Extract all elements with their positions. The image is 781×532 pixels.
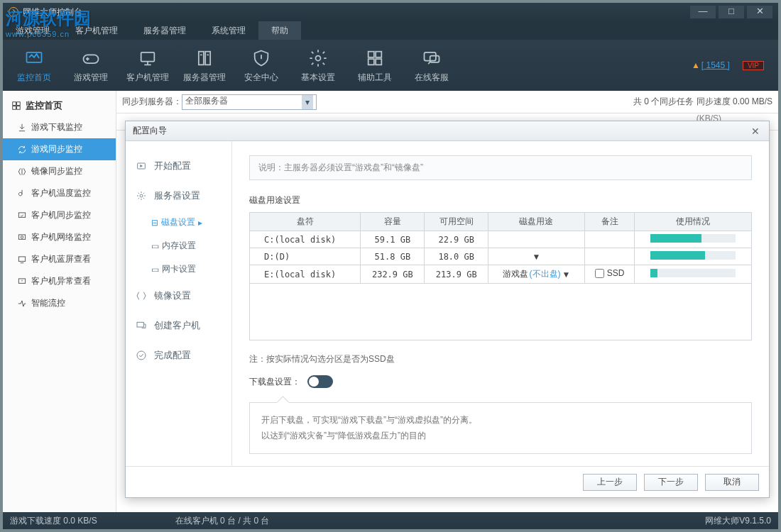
tooltip-box: 开启下载盘，可实现“游戏下载盘”与“游戏虚拟盘”的分离。 以达到“游戏灾备”与“… xyxy=(249,402,752,454)
svg-rect-3 xyxy=(199,51,204,65)
next-button[interactable]: 下一步 xyxy=(644,474,698,491)
svg-rect-8 xyxy=(368,59,374,65)
statusbar: 游戏下载速度 0.0 KB/S 在线客户机 0 台 / 共 0 台 网维大师V9… xyxy=(3,512,778,529)
sync-icon xyxy=(17,145,27,155)
tool-monitor[interactable]: 监控首页 xyxy=(6,41,62,89)
table-row[interactable]: E:(local disk)232.9 GB213.9 GB 游戏盘(不出盘) … xyxy=(250,265,752,284)
tool-settings[interactable]: 基本设置 xyxy=(290,41,346,89)
dialog-title: 配置向导 xyxy=(133,125,167,137)
cancel-button[interactable]: 取消 xyxy=(705,474,759,491)
screen-icon xyxy=(17,255,27,265)
step-finish[interactable]: 完成配置 xyxy=(126,340,231,370)
svg-rect-15 xyxy=(17,106,21,110)
svg-point-5 xyxy=(316,55,321,60)
sidebar-item-clientsync[interactable]: 客户机同步监控 xyxy=(3,204,116,226)
close-button[interactable]: ✕ xyxy=(747,6,772,18)
svg-rect-9 xyxy=(376,59,381,65)
use-dropdown[interactable]: 游戏盘(不出盘) ▼ xyxy=(503,268,571,280)
titlebar: 网维大师控制台 — □ ✕ xyxy=(3,3,778,21)
step-client[interactable]: 创建客户机 xyxy=(126,311,231,340)
sidebar-item-gamesync[interactable]: 游戏同步监控 xyxy=(3,138,116,160)
dialog-close-button[interactable]: ✕ xyxy=(749,126,762,137)
use-dropdown[interactable]: ▼ xyxy=(532,252,541,262)
sidebar-item-bluescreen[interactable]: 客户机蓝屏查看 xyxy=(3,248,116,270)
sync-toolbar: 同步到服务器： 全部服务器▾ 共 0 个同步任务 同步速度 0.00 MB/S xyxy=(116,91,778,113)
svg-rect-23 xyxy=(137,322,143,327)
sidebar: 监控首页 游戏下载监控 游戏同步监控 镜像同步监控 客户机温度监控 客户机同步监… xyxy=(3,91,116,512)
check-icon xyxy=(136,350,147,361)
table-row[interactable]: C:(local disk)59.1 GB22.9 GB xyxy=(250,231,752,248)
svg-rect-11 xyxy=(430,55,439,62)
server-select[interactable]: 全部服务器▾ xyxy=(182,94,317,110)
grid-icon xyxy=(364,48,386,69)
menu-server[interactable]: 服务器管理 xyxy=(131,21,199,40)
svg-rect-2 xyxy=(141,52,155,61)
minimize-button[interactable]: — xyxy=(690,6,716,18)
start-icon xyxy=(136,160,147,172)
step-server[interactable]: 服务器设置 xyxy=(126,181,231,211)
download-disk-label: 下载盘设置： xyxy=(249,376,300,388)
table-header-row: 盘符容量可用空间磁盘用途备注使用情况 xyxy=(250,213,752,231)
dropdown-arrow-icon: ▾ xyxy=(302,95,313,109)
usage-bar xyxy=(650,269,736,277)
chevron-right-icon: ▸ xyxy=(198,218,202,228)
ssd-checkbox[interactable]: SSD xyxy=(595,268,625,278)
mirror-icon xyxy=(136,290,147,301)
usage-bar xyxy=(650,234,736,243)
substep-nic[interactable]: ▭网卡设置 xyxy=(126,257,231,281)
main-area: 同步到服务器： 全部服务器▾ 共 0 个同步任务 同步速度 0.00 MB/S … xyxy=(116,91,778,512)
substep-memory[interactable]: ▭内存设置 xyxy=(126,234,231,257)
nic-icon: ▭ xyxy=(151,265,159,275)
sync-status: 共 0 个同步任务 同步速度 0.00 MB/S xyxy=(633,96,772,108)
dialog-header[interactable]: 配置向导 ✕ xyxy=(126,121,769,141)
flow-icon xyxy=(17,299,27,309)
sidebar-item-flow[interactable]: 智能流控 xyxy=(3,292,116,314)
ssd-note: 注：按实际情况勾选分区是否为SSD盘 xyxy=(249,353,752,365)
vip-badge: VIP xyxy=(743,61,764,70)
wizard-content: 说明：主服务器必须设置“游戏盘”和“镜像盘” 磁盘用途设置 盘符容量可用空间磁盘… xyxy=(232,141,769,466)
tool-security[interactable]: 安全中心 xyxy=(233,41,290,89)
server-icon xyxy=(194,48,215,69)
warning-icon: ▲ xyxy=(692,60,700,70)
svg-rect-14 xyxy=(13,106,16,110)
computer-icon xyxy=(137,48,158,69)
table-empty-area xyxy=(249,284,752,340)
mirror-icon xyxy=(17,167,27,177)
substep-disk[interactable]: ⊟磁盘设置▸ xyxy=(126,211,231,234)
tool-support[interactable]: 在线客服 xyxy=(403,41,460,89)
disk-icon: ⊟ xyxy=(151,218,158,228)
sync2-icon xyxy=(17,211,27,221)
table-row[interactable]: D:(D)51.8 GB18.0 GB ▼ xyxy=(250,248,752,265)
sidebar-item-download[interactable]: 游戏下载监控 xyxy=(3,116,116,138)
warning-count-link[interactable]: [ 1545 ] xyxy=(701,60,730,70)
maximize-button[interactable]: □ xyxy=(719,6,744,18)
tool-server[interactable]: 服务器管理 xyxy=(176,41,233,89)
menu-system[interactable]: 系统管理 xyxy=(199,21,258,40)
sidebar-item-network[interactable]: 客户机网络监控 xyxy=(3,226,116,248)
download-disk-toggle[interactable] xyxy=(307,375,333,388)
sidebar-item-mirrorsync[interactable]: 镜像同步监控 xyxy=(3,160,116,182)
tool-game[interactable]: 游戏管理 xyxy=(62,41,119,89)
download-icon xyxy=(17,123,27,133)
usage-bar xyxy=(650,251,736,260)
tool-client[interactable]: 客户机管理 xyxy=(119,41,176,89)
sidebar-item-exception[interactable]: 客户机异常查看 xyxy=(3,270,116,292)
network-icon xyxy=(17,233,27,243)
chat-icon xyxy=(421,48,442,69)
prev-button[interactable]: 上一步 xyxy=(583,474,637,491)
sidebar-item-temp[interactable]: 客户机温度监控 xyxy=(3,182,116,204)
svg-point-22 xyxy=(140,194,143,197)
tool-aux[interactable]: 辅助工具 xyxy=(346,41,403,89)
dashboard-icon xyxy=(11,101,21,111)
step-start[interactable]: 开始配置 xyxy=(126,151,231,181)
app-window: 网维大师控制台 — □ ✕ 游戏管理 客户机管理 服务器管理 系统管理 帮助 监… xyxy=(3,3,778,529)
svg-rect-7 xyxy=(376,51,381,57)
error-icon xyxy=(17,277,27,287)
gamepad-icon xyxy=(80,48,102,69)
disk-table: 盘符容量可用空间磁盘用途备注使用情况 C:(local disk)59.1 GB… xyxy=(249,212,752,284)
client-icon xyxy=(136,320,147,331)
toolbar: 监控首页 游戏管理 客户机管理 服务器管理 安全中心 基本设置 辅助工具 在线客… xyxy=(3,40,778,91)
step-mirror[interactable]: 镜像设置 xyxy=(126,281,231,311)
svg-rect-12 xyxy=(13,102,16,106)
menu-help[interactable]: 帮助 xyxy=(258,21,301,40)
